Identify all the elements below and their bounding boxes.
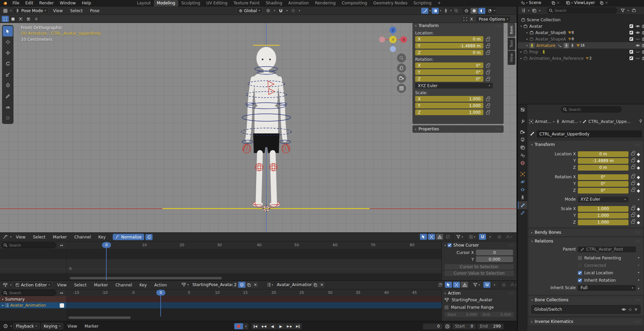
camera-icon[interactable] bbox=[642, 50, 644, 54]
graph-snap-button[interactable] bbox=[479, 234, 486, 240]
lock-icon[interactable] bbox=[486, 72, 489, 74]
lock-icon[interactable] bbox=[486, 39, 489, 41]
expand-icon[interactable]: ▸ bbox=[527, 31, 528, 34]
parent-field[interactable]: CTRL_Avatar_Root bbox=[578, 247, 636, 252]
channel-pin-icon[interactable] bbox=[60, 303, 64, 308]
graph-menu-select[interactable]: Select bbox=[30, 235, 49, 239]
bone-collections-collapse-icon[interactable]: ▾ bbox=[531, 299, 533, 302]
select-mode-extend-button[interactable] bbox=[17, 16, 24, 22]
viewport-menu-select[interactable]: Select bbox=[67, 8, 86, 13]
npanel-scale-y-field[interactable]: Y1.000 bbox=[415, 103, 483, 108]
use-preview-range-button[interactable] bbox=[444, 323, 451, 329]
tab-object-data[interactable] bbox=[518, 194, 527, 201]
show-overlays-button[interactable] bbox=[432, 8, 439, 14]
track-name-field[interactable]: Avatar_Animation bbox=[274, 282, 312, 288]
graph-menu-key[interactable]: Key bbox=[95, 235, 109, 239]
breadcrumb-object[interactable]: Armat... bbox=[535, 119, 551, 124]
tab-animation[interactable]: Animation bbox=[285, 1, 312, 5]
dope-layers-button[interactable] bbox=[437, 282, 444, 288]
camera-icon[interactable] bbox=[642, 24, 644, 28]
tab-sculpting[interactable]: Sculpting bbox=[178, 1, 203, 5]
lock-icon[interactable] bbox=[631, 182, 635, 185]
viewport-grid-button[interactable] bbox=[397, 84, 406, 93]
shading-material-button[interactable] bbox=[478, 8, 485, 14]
properties-search-input[interactable] bbox=[561, 106, 622, 112]
frame-tool-button[interactable] bbox=[462, 16, 469, 22]
lock-icon[interactable] bbox=[486, 52, 489, 55]
bone-name-field[interactable]: CTRL_Avatar_UpperBody bbox=[537, 130, 642, 137]
npanel-rot-x-field[interactable]: X0° bbox=[415, 62, 483, 68]
lock-icon[interactable] bbox=[486, 112, 489, 114]
dope-current-frame[interactable]: 0 bbox=[156, 290, 165, 296]
add-workspace-button[interactable]: + bbox=[434, 1, 444, 5]
cursor-value-to-selection-button[interactable]: Cursor Value to Selection bbox=[445, 271, 514, 276]
sidebar-tab-item[interactable]: Item bbox=[508, 23, 515, 37]
pivot-caret[interactable]: ▾ bbox=[274, 9, 275, 12]
lock-icon[interactable] bbox=[631, 176, 635, 178]
action-end-field[interactable]: End0.000 bbox=[480, 312, 514, 317]
dope-filter-button[interactable]: ▾ bbox=[471, 282, 482, 288]
graph-editor-type-caret[interactable]: ▾ bbox=[10, 235, 11, 238]
keyframe-diamond-icon[interactable] bbox=[637, 176, 640, 179]
dope-h-scrollbar[interactable] bbox=[69, 316, 131, 319]
graph-snap-caret[interactable]: ▾ bbox=[487, 234, 493, 240]
tool-scale-button[interactable] bbox=[3, 69, 13, 80]
graph-falloff-dropdown[interactable]: ▾ bbox=[504, 234, 514, 240]
remove-icon[interactable]: × bbox=[634, 307, 638, 312]
inherit-rotation-checkbox[interactable] bbox=[578, 278, 582, 282]
tool-measure-button[interactable] bbox=[3, 102, 13, 112]
keyframe-diamond-icon[interactable] bbox=[637, 189, 640, 193]
expand-icon[interactable]: ▸ bbox=[527, 37, 528, 41]
bone-rot-x-field[interactable]: 0° bbox=[578, 174, 628, 180]
viewlayer-copy-icon[interactable] bbox=[600, 1, 603, 5]
eye-icon[interactable] bbox=[636, 43, 640, 48]
normalize-toggle[interactable]: Normalize bbox=[113, 234, 144, 240]
decorator-dot[interactable] bbox=[638, 199, 639, 200]
sidebar-tab-view[interactable]: View bbox=[508, 51, 515, 65]
scene-copy-icon[interactable] bbox=[552, 1, 555, 5]
relations-collapse-icon[interactable]: ▾ bbox=[531, 240, 533, 243]
transform-collapse-icon[interactable]: ▾ bbox=[531, 143, 533, 146]
tab-layout[interactable]: Layout bbox=[134, 1, 154, 5]
lock-icon[interactable] bbox=[631, 159, 635, 162]
bone-scale-z-field[interactable]: 1.000 bbox=[578, 220, 628, 225]
track-browse-caret[interactable]: ▾ bbox=[272, 283, 273, 286]
expand-icon[interactable]: ▾ bbox=[520, 25, 522, 28]
editor-type-caret[interactable]: ▾ bbox=[10, 9, 11, 12]
track-copy-button[interactable] bbox=[312, 282, 319, 288]
tool-cursor-button[interactable] bbox=[3, 37, 13, 47]
tool-annotate-button[interactable] bbox=[3, 91, 13, 101]
show-cursor-grip[interactable]: :::: bbox=[508, 244, 514, 247]
action-users-count[interactable]: 2 bbox=[232, 282, 238, 288]
viewport-zoom-button[interactable] bbox=[397, 53, 406, 62]
menu-help[interactable]: Help bbox=[79, 1, 94, 5]
tab-bone-constraints[interactable] bbox=[518, 209, 527, 217]
relative-parenting-checkbox[interactable] bbox=[578, 256, 582, 260]
lock-icon[interactable] bbox=[486, 98, 489, 101]
bone-loc-x-field[interactable]: 0 m bbox=[578, 151, 628, 157]
scene-delete-icon[interactable]: × bbox=[557, 0, 560, 5]
bone-rot-y-field[interactable]: 0° bbox=[578, 181, 628, 187]
npanel-loc-x-field[interactable]: X0 m bbox=[415, 36, 483, 42]
tool-rotate-button[interactable] bbox=[3, 58, 13, 69]
keyframe-diamond-icon[interactable] bbox=[637, 183, 640, 186]
graph-pivot-button[interactable]: ▾ bbox=[466, 234, 478, 240]
dope-editor-type-button[interactable] bbox=[2, 282, 9, 288]
outliner-search-input[interactable] bbox=[547, 7, 617, 14]
dope-menu-channel[interactable]: Channel bbox=[112, 283, 135, 287]
bendy-bones-panel[interactable]: ▸Bendy Bones:::: bbox=[529, 229, 643, 236]
npanel-grip[interactable]: :::: bbox=[495, 24, 501, 27]
tab-shading[interactable]: Shading bbox=[263, 1, 285, 5]
selectable-checkbox[interactable] bbox=[629, 37, 633, 41]
lock-icon[interactable] bbox=[486, 78, 489, 81]
keyframe-diamond-icon[interactable] bbox=[637, 214, 640, 218]
graph-curve-area[interactable]: 0 bbox=[0, 249, 441, 281]
graph-filter-button[interactable]: ▾ bbox=[454, 234, 465, 240]
lock-icon[interactable] bbox=[631, 189, 635, 192]
transform-grip[interactable]: :::: bbox=[635, 143, 641, 146]
dope-menu-key[interactable]: Key bbox=[136, 283, 150, 287]
npanel-loc-y-field[interactable]: Y-1.4889 m bbox=[415, 43, 483, 49]
editor-type-button[interactable] bbox=[2, 8, 9, 14]
pose-overlay-caret[interactable]: ▾ bbox=[450, 9, 452, 12]
outliner-row-animation-area-reference[interactable]: ▸ Animation_Area_Reference 2 bbox=[518, 55, 644, 61]
